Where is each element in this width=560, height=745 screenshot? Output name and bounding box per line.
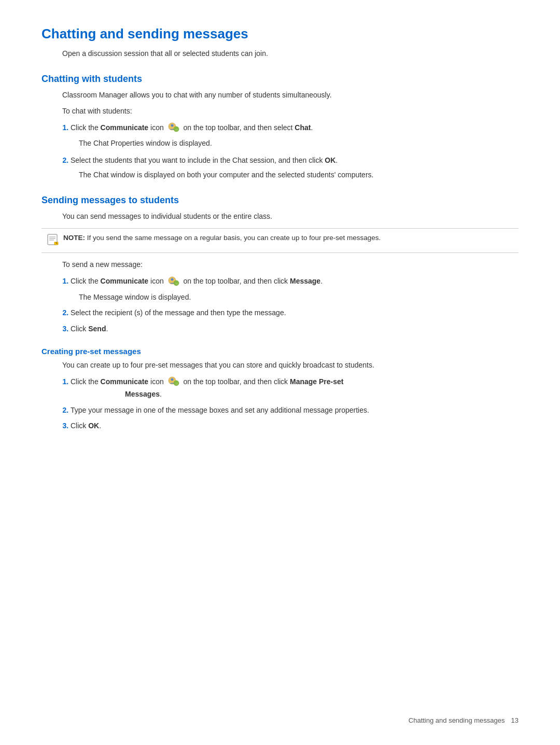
svg-text:→: → (175, 128, 178, 131)
footer: Chatting and sending messages 13 (409, 716, 519, 724)
sending-step-2: Select the recipient (s) of the message … (71, 307, 519, 318)
section-title-chatting: Chatting with students (41, 74, 519, 85)
chatting-step-1-sub: The Chat Properties window is displayed. (79, 137, 519, 149)
svg-text:→: → (175, 382, 178, 385)
chatting-step-2-text: Select the students that you want to inc… (71, 156, 338, 164)
svg-text:✎: ✎ (55, 242, 58, 245)
preset-step-2-text: Type your message in one of the message … (71, 406, 369, 414)
section-preset-intro: You can create up to four pre-set messag… (62, 360, 519, 371)
chatting-step-2: Select the students that you want to inc… (71, 154, 519, 181)
subsection-title-preset: Creating pre-set messages (41, 347, 519, 356)
section-sending-subintro: To send a new message: (62, 259, 519, 270)
chatting-step-2-sub: The Chat window is displayed on both you… (79, 169, 519, 180)
preset-steps-list: Click the Communicate icon → on the top … (71, 376, 519, 431)
sending-step-1-text: Click the Communicate icon → on the top … (71, 277, 323, 285)
preset-step-2: Type your message in one of the message … (71, 404, 519, 416)
preset-step-3: Click OK. (71, 420, 519, 431)
page-title: Chatting and sending messages (41, 26, 519, 42)
sending-step-1-sub: The Message window is displayed. (79, 291, 519, 303)
sending-step-3-text: Click Send. (71, 325, 108, 333)
sending-step-1: Click the Communicate icon → on the top … (71, 275, 519, 303)
preset-step-1-text: Click the Communicate icon → on the top … (71, 377, 343, 398)
preset-step-1: Click the Communicate icon → on the top … (71, 376, 519, 400)
svg-point-1 (171, 124, 173, 127)
section-sending-intro: You can send messages to individual stud… (62, 211, 519, 222)
section-chatting-subintro: To chat with students: (62, 106, 519, 117)
note-icon: ✎ (47, 233, 59, 248)
chatting-step-1: Click the Communicate icon → on the top … (71, 122, 519, 149)
chatting-step-1-text: Click the Communicate icon → on the top … (71, 123, 313, 132)
note-label: NOTE: (63, 234, 85, 242)
sending-steps-list: Click the Communicate icon → on the top … (71, 275, 519, 334)
section-title-sending: Sending messages to students (41, 195, 519, 206)
page-intro: Open a discussion session that all or se… (62, 48, 519, 59)
note-text: NOTE: If you send the same message on a … (63, 233, 381, 243)
svg-point-14 (171, 378, 173, 381)
sending-step-2-text: Select the recipient (s) of the message … (71, 308, 286, 317)
communicate-icon-3: → (167, 376, 180, 388)
communicate-icon-1: → (167, 122, 180, 134)
chatting-steps-list: Click the Communicate icon → on the top … (71, 122, 519, 180)
svg-text:→: → (175, 282, 178, 285)
sending-step-3: Click Send. (71, 323, 519, 334)
note-content: If you send the same message on a regula… (85, 234, 381, 242)
communicate-icon-2: → (167, 276, 180, 288)
section-chatting-intro: Classroom Manager allows you to chat wit… (62, 90, 519, 101)
note-box: ✎ NOTE: If you send the same message on … (41, 228, 519, 253)
footer-page-number: 13 (511, 716, 519, 724)
footer-text: Chatting and sending messages (409, 716, 505, 724)
preset-step-3-text: Click OK. (71, 421, 101, 430)
svg-point-10 (171, 278, 173, 280)
